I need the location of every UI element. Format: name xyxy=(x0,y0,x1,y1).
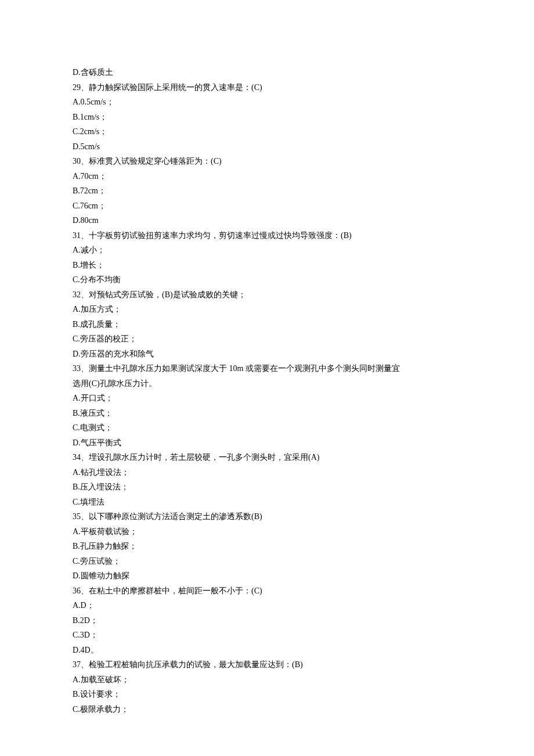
text-line: C.极限承载力； xyxy=(73,702,461,717)
text-line: C.76cm； xyxy=(73,199,461,214)
text-line: A.70cm； xyxy=(73,169,461,184)
text-line: C.3D； xyxy=(73,628,461,643)
text-line: D.含砾质土 xyxy=(73,65,461,80)
text-line: 34、埋设孔隙水压力计时，若土层较硬，一孔多个测头时，宜采用(A) xyxy=(73,450,461,465)
text-line: A.减小； xyxy=(73,243,461,258)
text-line: A.钻孔埋设法； xyxy=(73,465,461,480)
text-line: D.圆锥动力触探 xyxy=(73,568,461,584)
text-line: C.旁压器的校正； xyxy=(73,332,461,347)
text-line: A.加载至破坏； xyxy=(73,672,461,687)
text-line: D.气压平衡式 xyxy=(73,435,461,451)
text-line: 30、标准贯入试验规定穿心锤落距为：(C) xyxy=(73,154,461,169)
text-line: B.液压式； xyxy=(73,406,461,421)
text-line: B.1cm/s； xyxy=(73,110,461,125)
text-line: 29、静力触探试验国际上采用统一的贯入速率是：(C) xyxy=(73,80,461,95)
text-line: B.增长； xyxy=(73,258,461,273)
text-line: 31、十字板剪切试验扭剪速率力求均匀，剪切速率过慢或过快均导致强度：(B) xyxy=(73,228,461,243)
text-line: 32、对预钻式旁压试验，(B)是试验成败的关键； xyxy=(73,287,461,303)
text-line: B.72cm； xyxy=(73,183,461,199)
text-line: D.4D。 xyxy=(73,643,461,658)
text-line: A.加压方式； xyxy=(73,302,461,317)
text-line: 36、在粘土中的摩擦群桩中，桩间距一般不小于：(C) xyxy=(73,584,461,599)
text-line: B.孔压静力触探； xyxy=(73,539,461,554)
text-line: B.成孔质量； xyxy=(73,317,461,332)
text-line: 37、检验工程桩轴向抗压承载力的试验，最大加载量应达到：(B) xyxy=(73,657,461,672)
text-line: 选用(C)孔隙水压力计。 xyxy=(73,376,461,391)
text-line: C.旁压试验； xyxy=(73,554,461,569)
text-line: D.80cm xyxy=(73,213,461,228)
text-line: 35、以下哪种原位测试方法适合测定土的渗透系数(B) xyxy=(73,509,461,524)
text-line: D.5cm/s xyxy=(73,139,461,154)
text-line: 33、测量土中孔隙水压力如果测试深度大于 10m 或需要在一个观测孔中多个测头同… xyxy=(73,361,461,376)
text-line: B.2D； xyxy=(73,613,461,628)
text-line: B.压入埋设法； xyxy=(73,480,461,495)
text-line: A.0.5cm/s； xyxy=(73,95,461,110)
text-line: C.填埋法 xyxy=(73,495,461,510)
text-line: A.平板荷载试验； xyxy=(73,524,461,539)
text-line: A.开口式； xyxy=(73,391,461,406)
text-line: C.2cm/s； xyxy=(73,124,461,139)
text-line: D.旁压器的充水和除气 xyxy=(73,347,461,362)
document-page: D.含砾质土 29、静力触探试验国际上采用统一的贯入速率是：(C) A.0.5c… xyxy=(0,0,534,756)
text-line: C.分布不均衡 xyxy=(73,272,461,287)
text-line: C.电测式； xyxy=(73,420,461,435)
text-line: B.设计要求； xyxy=(73,687,461,702)
text-line: A.D； xyxy=(73,598,461,613)
